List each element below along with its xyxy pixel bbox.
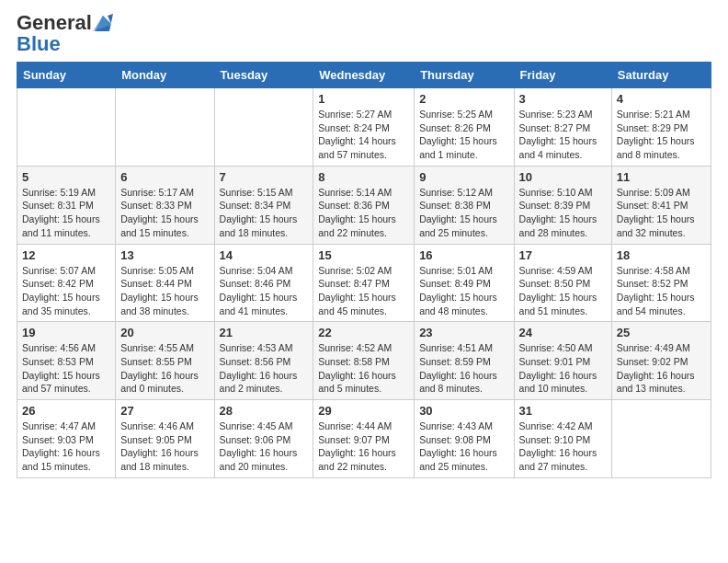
calendar-cell: 3Sunrise: 5:23 AMSunset: 8:27 PMDaylight… <box>514 88 611 167</box>
day-number: 10 <box>519 170 607 184</box>
cell-text: Sunrise: 4:45 AMSunset: 9:06 PMDaylight:… <box>220 419 309 474</box>
calendar-cell <box>17 88 116 167</box>
day-number: 8 <box>318 170 409 184</box>
cell-text: Sunrise: 5:19 AMSunset: 8:31 PMDaylight:… <box>22 186 110 240</box>
calendar-cell: 24Sunrise: 4:50 AMSunset: 9:01 PMDayligh… <box>514 322 611 400</box>
day-number: 21 <box>220 326 309 339</box>
calendar-cell: 21Sunrise: 4:53 AMSunset: 8:56 PMDayligh… <box>214 322 313 400</box>
calendar-cell: 17Sunrise: 4:59 AMSunset: 8:50 PMDayligh… <box>514 244 611 322</box>
cell-text: Sunrise: 5:07 AMSunset: 8:42 PMDaylight:… <box>22 264 110 318</box>
day-header-friday: Friday <box>514 63 611 88</box>
cell-text: Sunrise: 5:27 AMSunset: 8:24 PMDaylight:… <box>318 108 409 162</box>
day-number: 7 <box>220 170 309 184</box>
calendar-cell: 4Sunrise: 5:21 AMSunset: 8:29 PMDaylight… <box>611 88 711 167</box>
day-number: 28 <box>220 404 309 418</box>
calendar-cell: 23Sunrise: 4:51 AMSunset: 8:59 PMDayligh… <box>415 322 514 400</box>
day-number: 13 <box>120 248 209 262</box>
cell-text: Sunrise: 5:14 AMSunset: 8:36 PMDaylight:… <box>318 186 409 240</box>
day-number: 3 <box>519 92 607 106</box>
cell-text: Sunrise: 4:53 AMSunset: 8:56 PMDaylight:… <box>220 341 309 396</box>
calendar-cell: 30Sunrise: 4:43 AMSunset: 9:08 PMDayligh… <box>415 400 514 478</box>
day-header-monday: Monday <box>116 63 214 88</box>
day-number: 6 <box>120 170 209 184</box>
cell-text: Sunrise: 4:55 AMSunset: 8:55 PMDaylight:… <box>120 341 209 396</box>
cell-text: Sunrise: 5:21 AMSunset: 8:29 PMDaylight:… <box>617 108 706 162</box>
calendar-cell <box>116 88 214 167</box>
calendar-cell: 11Sunrise: 5:09 AMSunset: 8:41 PMDayligh… <box>611 166 711 244</box>
calendar-cell: 27Sunrise: 4:46 AMSunset: 9:05 PMDayligh… <box>116 400 214 478</box>
calendar-cell: 19Sunrise: 4:56 AMSunset: 8:53 PMDayligh… <box>17 322 116 400</box>
cell-text: Sunrise: 4:47 AMSunset: 9:03 PMDaylight:… <box>22 419 110 474</box>
calendar-cell: 16Sunrise: 5:01 AMSunset: 8:49 PMDayligh… <box>415 244 514 322</box>
calendar-cell: 12Sunrise: 5:07 AMSunset: 8:42 PMDayligh… <box>17 244 116 322</box>
calendar-cell: 31Sunrise: 4:42 AMSunset: 9:10 PMDayligh… <box>514 400 611 478</box>
calendar-cell: 20Sunrise: 4:55 AMSunset: 8:55 PMDayligh… <box>116 322 214 400</box>
day-header-thursday: Thursday <box>415 63 514 88</box>
calendar-cell: 13Sunrise: 5:05 AMSunset: 8:44 PMDayligh… <box>116 244 214 322</box>
calendar-cell: 25Sunrise: 4:49 AMSunset: 9:02 PMDayligh… <box>611 322 711 400</box>
cell-text: Sunrise: 4:49 AMSunset: 9:02 PMDaylight:… <box>617 341 706 396</box>
cell-text: Sunrise: 5:05 AMSunset: 8:44 PMDaylight:… <box>120 264 209 318</box>
calendar-cell: 10Sunrise: 5:10 AMSunset: 8:39 PMDayligh… <box>514 166 611 244</box>
calendar-cell: 9Sunrise: 5:12 AMSunset: 8:38 PMDaylight… <box>415 166 514 244</box>
day-number: 18 <box>617 248 706 262</box>
week-row-4: 19Sunrise: 4:56 AMSunset: 8:53 PMDayligh… <box>17 322 711 400</box>
calendar-cell: 6Sunrise: 5:17 AMSunset: 8:33 PMDaylight… <box>116 166 214 244</box>
week-row-1: 1Sunrise: 5:27 AMSunset: 8:24 PMDaylight… <box>17 88 711 167</box>
calendar-cell: 14Sunrise: 5:04 AMSunset: 8:46 PMDayligh… <box>214 244 313 322</box>
day-number: 2 <box>419 92 508 106</box>
cell-text: Sunrise: 5:10 AMSunset: 8:39 PMDaylight:… <box>519 186 607 240</box>
header: General Blue <box>0 0 728 62</box>
day-number: 30 <box>419 404 508 418</box>
day-number: 23 <box>419 326 508 339</box>
day-number: 14 <box>220 248 309 262</box>
cell-text: Sunrise: 5:01 AMSunset: 8:49 PMDaylight:… <box>419 264 508 318</box>
week-row-3: 12Sunrise: 5:07 AMSunset: 8:42 PMDayligh… <box>17 244 711 322</box>
day-header-tuesday: Tuesday <box>214 63 313 88</box>
calendar-cell: 18Sunrise: 4:58 AMSunset: 8:52 PMDayligh… <box>611 244 711 322</box>
day-number: 26 <box>22 404 110 418</box>
cell-text: Sunrise: 4:51 AMSunset: 8:59 PMDaylight:… <box>419 341 508 396</box>
day-number: 25 <box>617 326 706 339</box>
day-number: 22 <box>318 326 409 339</box>
logo-general-text: General <box>17 13 92 33</box>
cell-text: Sunrise: 5:02 AMSunset: 8:47 PMDaylight:… <box>318 264 409 318</box>
day-number: 15 <box>318 248 409 262</box>
cell-text: Sunrise: 4:58 AMSunset: 8:52 PMDaylight:… <box>617 264 706 318</box>
cell-text: Sunrise: 4:56 AMSunset: 8:53 PMDaylight:… <box>22 341 110 396</box>
day-number: 20 <box>120 326 209 339</box>
day-header-sunday: Sunday <box>17 63 116 88</box>
calendar-cell: 29Sunrise: 4:44 AMSunset: 9:07 PMDayligh… <box>313 400 415 478</box>
day-number: 9 <box>419 170 508 184</box>
cell-text: Sunrise: 4:42 AMSunset: 9:10 PMDaylight:… <box>519 419 607 474</box>
logo-icon <box>93 14 113 32</box>
calendar-cell <box>214 88 313 167</box>
logo-blue-text: Blue <box>17 32 61 55</box>
cell-text: Sunrise: 5:09 AMSunset: 8:41 PMDaylight:… <box>617 186 706 240</box>
day-number: 19 <box>22 326 110 339</box>
cell-text: Sunrise: 4:52 AMSunset: 8:58 PMDaylight:… <box>318 341 409 396</box>
cell-text: Sunrise: 5:17 AMSunset: 8:33 PMDaylight:… <box>120 186 209 240</box>
day-number: 29 <box>318 404 409 418</box>
day-number: 4 <box>617 92 706 106</box>
day-number: 31 <box>519 404 607 418</box>
calendar-cell: 15Sunrise: 5:02 AMSunset: 8:47 PMDayligh… <box>313 244 415 322</box>
calendar-table: SundayMondayTuesdayWednesdayThursdayFrid… <box>17 62 711 478</box>
cell-text: Sunrise: 4:43 AMSunset: 9:08 PMDaylight:… <box>419 419 508 474</box>
calendar-cell: 8Sunrise: 5:14 AMSunset: 8:36 PMDaylight… <box>313 166 415 244</box>
cell-text: Sunrise: 4:46 AMSunset: 9:05 PMDaylight:… <box>120 419 209 474</box>
cell-text: Sunrise: 5:23 AMSunset: 8:27 PMDaylight:… <box>519 108 607 162</box>
calendar-cell: 28Sunrise: 4:45 AMSunset: 9:06 PMDayligh… <box>214 400 313 478</box>
cell-text: Sunrise: 4:59 AMSunset: 8:50 PMDaylight:… <box>519 264 607 318</box>
day-number: 12 <box>22 248 110 262</box>
week-row-5: 26Sunrise: 4:47 AMSunset: 9:03 PMDayligh… <box>17 400 711 478</box>
day-number: 24 <box>519 326 607 339</box>
cell-text: Sunrise: 5:15 AMSunset: 8:34 PMDaylight:… <box>220 186 309 240</box>
cell-text: Sunrise: 5:25 AMSunset: 8:26 PMDaylight:… <box>419 108 508 162</box>
day-number: 17 <box>519 248 607 262</box>
day-number: 27 <box>120 404 209 418</box>
calendar-cell: 7Sunrise: 5:15 AMSunset: 8:34 PMDaylight… <box>214 166 313 244</box>
cell-text: Sunrise: 5:04 AMSunset: 8:46 PMDaylight:… <box>220 264 309 318</box>
cell-text: Sunrise: 4:50 AMSunset: 9:01 PMDaylight:… <box>519 341 607 396</box>
day-header-saturday: Saturday <box>611 63 711 88</box>
